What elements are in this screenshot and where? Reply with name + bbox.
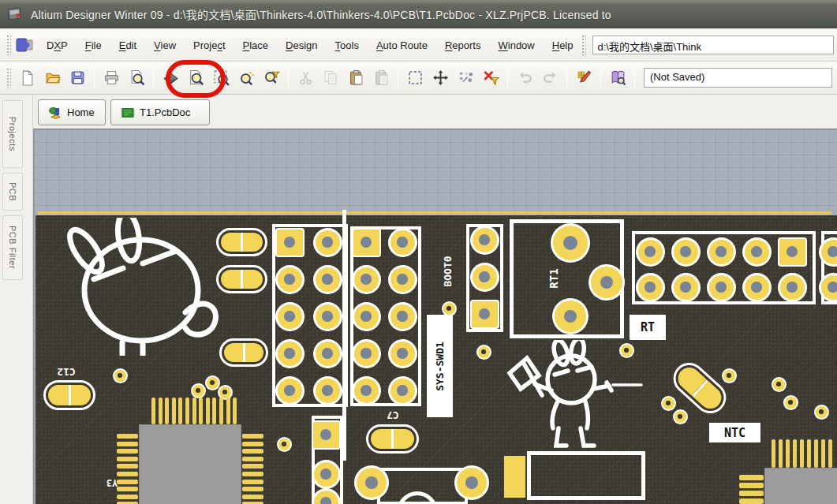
pad-hole	[361, 348, 371, 358]
pcb-label-c12: C12	[57, 366, 75, 378]
qfp-pin	[117, 495, 138, 499]
pad-square-pin1	[353, 230, 379, 256]
smd-two-pad-footprint	[43, 380, 95, 410]
pad-round	[316, 230, 340, 255]
menu-reports[interactable]: Reports	[436, 35, 490, 55]
print-preview-button[interactable]	[125, 67, 148, 89]
pad-hole	[645, 246, 655, 256]
menubar-grip[interactable]	[6, 35, 11, 55]
toolbar-separator	[288, 68, 289, 88]
cut-button[interactable]	[294, 67, 316, 89]
qfp-ic-body	[764, 468, 837, 504]
pad-hole	[397, 385, 407, 395]
tab-home[interactable]: Home	[38, 99, 106, 125]
menu-auto-route[interactable]: Auto Route	[368, 35, 436, 55]
grid-preset-combo[interactable]: (Not Saved)	[644, 68, 832, 88]
pad-round	[390, 304, 415, 329]
menu-dxp[interactable]: DXP	[38, 35, 77, 55]
zoom-selected-button[interactable]	[260, 67, 282, 89]
undo-button[interactable]	[514, 67, 536, 89]
pathbox-grip[interactable]	[581, 35, 586, 55]
menu-tools[interactable]: Tools	[327, 35, 368, 55]
via-hole	[666, 401, 670, 405]
qfp-pin	[117, 457, 138, 461]
redo-button[interactable]	[539, 67, 561, 89]
pad-round	[638, 275, 663, 300]
print-button[interactable]	[100, 67, 122, 89]
pad-hole	[465, 476, 478, 489]
file-path-box[interactable]: d:\我的文档\桌面\Think	[592, 35, 834, 54]
copy-button[interactable]	[319, 67, 342, 89]
menu-file[interactable]: File	[77, 35, 110, 55]
pcb-label-c7: C7	[387, 409, 399, 421]
toolbar-separator	[153, 68, 154, 88]
clear-filter-button[interactable]	[480, 67, 502, 89]
deselect-all-button[interactable]	[454, 67, 476, 89]
rabbit-silkscreen-right	[498, 340, 648, 455]
via-hole	[447, 306, 450, 310]
new-document-button[interactable]	[16, 67, 38, 89]
via	[443, 303, 455, 315]
zoom-point-button[interactable]	[235, 67, 257, 89]
menu-place[interactable]: Place	[234, 35, 278, 55]
pad-round	[638, 240, 663, 264]
pad-hole	[320, 429, 331, 440]
pcb-label-rt1: RT1	[547, 268, 560, 288]
menu-edit[interactable]: Edit	[110, 35, 145, 55]
tab-t1-pcbdoc[interactable]: T1.PcbDoc	[110, 99, 210, 125]
pad-hole	[322, 385, 332, 395]
document-tab-bar: HomeT1.PcbDoc	[33, 95, 837, 129]
pad-square-pin1	[277, 230, 303, 256]
pcb-editor-canvas[interactable]: C12C7Y3BOOT0RT1SYS-SWD1RTNTC	[33, 129, 837, 504]
menu-help[interactable]: Help	[544, 35, 582, 55]
qfp-pin	[242, 472, 263, 476]
menu-window[interactable]: Window	[489, 35, 543, 55]
pad-round	[745, 240, 769, 264]
qfp-pin	[117, 480, 138, 484]
paste-array-button[interactable]	[370, 67, 392, 89]
qfp-pin	[814, 439, 818, 468]
via-hole	[282, 442, 286, 446]
panel-tab-pcb-filter[interactable]: PCB Filter	[2, 215, 23, 280]
menu-design[interactable]: Design	[277, 35, 326, 55]
via-hole	[118, 373, 121, 377]
pad-hole	[479, 271, 489, 282]
pad-round	[473, 265, 497, 289]
pad-round	[316, 379, 340, 403]
pad-round	[316, 304, 340, 329]
board-edge-line	[38, 211, 831, 215]
pad-round	[390, 379, 415, 403]
menu-project[interactable]: Project	[185, 35, 234, 55]
select-area-button[interactable]	[404, 67, 426, 89]
via	[663, 398, 674, 409]
qfp-pin	[117, 464, 138, 469]
pad-right	[69, 385, 92, 405]
pad-right	[241, 270, 263, 289]
qfp-pin	[233, 398, 237, 424]
toolbar-grip[interactable]	[6, 68, 11, 88]
pad-large-round	[591, 267, 622, 298]
pad-left	[371, 429, 391, 449]
via	[723, 370, 735, 382]
qfp-pin	[242, 449, 263, 454]
title-bar: Altium Designer Winter 09 - d:\我的文档\桌面\T…	[0, 0, 837, 28]
paste-button[interactable]	[345, 67, 367, 89]
qfp-pin	[242, 442, 263, 446]
save-document-button[interactable]	[66, 67, 88, 89]
menu-view[interactable]: View	[145, 35, 185, 55]
browse-components-button[interactable]	[607, 67, 629, 89]
panel-tab-pcb[interactable]: PCB	[2, 173, 23, 211]
pad-square-pin1	[779, 239, 805, 265]
qfp-pin	[165, 398, 169, 424]
pad-round	[390, 267, 415, 292]
qfp-pin	[192, 398, 196, 424]
panel-tab-projects[interactable]: Projects	[2, 100, 23, 168]
pad-hole	[479, 234, 489, 245]
open-document-button[interactable]	[41, 67, 63, 89]
via-hole	[481, 349, 485, 353]
move-selection-button[interactable]	[429, 67, 451, 89]
qfp-pin	[159, 398, 163, 424]
highlight-pen-button[interactable]	[573, 67, 595, 89]
pad-large-round	[553, 226, 588, 260]
pad-hole	[397, 237, 407, 247]
